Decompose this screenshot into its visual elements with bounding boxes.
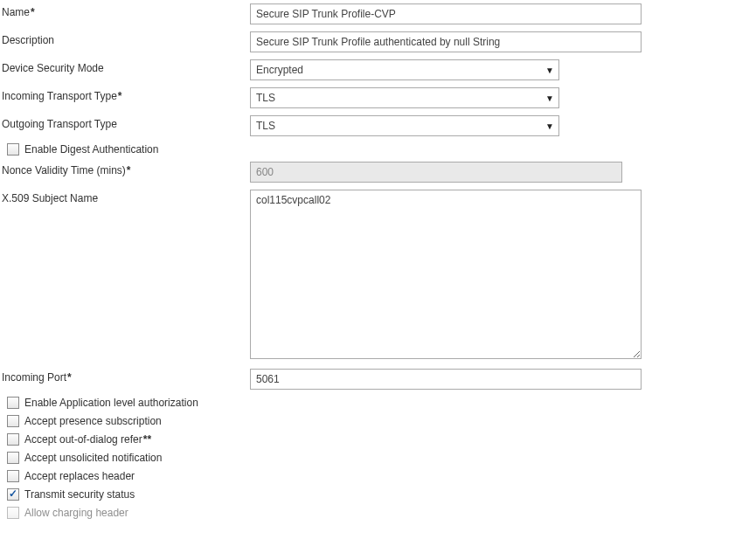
device-security-mode-select[interactable]: Encrypted ▼ [250, 59, 559, 80]
enable-app-level-auth-checkbox[interactable] [7, 397, 19, 409]
allow-charging-header-checkbox[interactable] [7, 507, 19, 519]
nonce-validity-time-input [250, 162, 622, 183]
allow-charging-header-label: Allow charging header [24, 507, 129, 519]
nonce-validity-time-label: Nonce Validity Time (mins)* [2, 162, 250, 176]
incoming-port-input[interactable] [250, 369, 642, 390]
name-input[interactable] [250, 3, 642, 24]
accept-presence-sub-label: Accept presence subscription [24, 415, 163, 427]
accept-replaces-header-label: Accept replaces header [24, 470, 135, 482]
transmit-security-status-checkbox[interactable] [7, 488, 19, 501]
transmit-security-status-label: Transmit security status [24, 488, 135, 501]
x509-subject-name-textarea[interactable] [250, 190, 642, 359]
accept-out-of-dialog-refer-label: Accept out-of-dialog refer** [24, 433, 151, 446]
accept-unsolicited-notif-label: Accept unsolicited notification [24, 452, 163, 464]
caret-down-icon: ▼ [541, 121, 558, 131]
accept-out-of-dialog-refer-checkbox[interactable] [7, 433, 19, 446]
incoming-transport-type-label: Incoming Transport Type* [2, 87, 250, 102]
enable-app-level-auth-label: Enable Application level authorization [24, 397, 199, 409]
description-input[interactable] [250, 31, 642, 52]
name-label: Name* [2, 3, 250, 18]
incoming-transport-type-select[interactable]: TLS ▼ [250, 87, 559, 108]
accept-presence-sub-checkbox[interactable] [7, 415, 19, 427]
description-label: Description [2, 31, 250, 46]
enable-digest-auth-checkbox[interactable] [7, 143, 19, 156]
outgoing-transport-type-label: Outgoing Transport Type [2, 115, 250, 130]
incoming-port-label: Incoming Port* [2, 369, 250, 384]
caret-down-icon: ▼ [541, 66, 558, 75]
outgoing-transport-type-select[interactable]: TLS ▼ [250, 115, 559, 136]
caret-down-icon: ▼ [541, 93, 558, 103]
enable-digest-auth-label: Enable Digest Authentication [24, 143, 159, 156]
x509-subject-name-label: X.509 Subject Name [2, 190, 250, 204]
accept-unsolicited-notif-checkbox[interactable] [7, 452, 19, 464]
accept-replaces-header-checkbox[interactable] [7, 470, 19, 482]
device-security-mode-label: Device Security Mode [2, 59, 250, 74]
